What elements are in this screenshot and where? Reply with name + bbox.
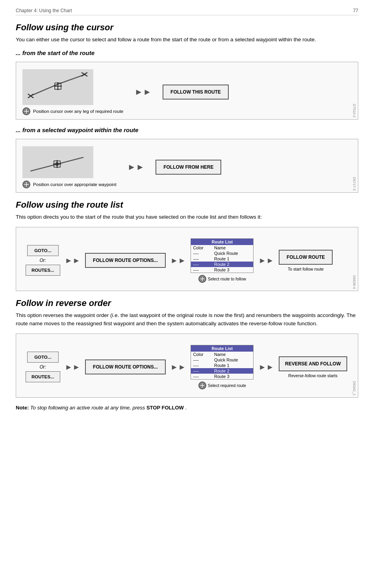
col2-color: Color [191, 352, 212, 357]
row3-name: Route 2 [212, 262, 253, 267]
to-start-label-1: To start follow route [288, 267, 324, 271]
cursor-label-2: Position cursor over appropriate waypoin… [22, 181, 117, 188]
cursor-icon-1 [22, 107, 30, 115]
row4b-name: Route 3 [212, 374, 253, 379]
table-row: ---- Route 3 [191, 267, 253, 273]
section-follow-cursor: Follow using the cursor You can either u… [16, 22, 358, 193]
crosshair-svg-1 [26, 72, 89, 102]
routes-btn-2[interactable]: ROUTES... [26, 371, 60, 382]
sub2-title: ... from a selected waypoint within the … [16, 127, 358, 133]
row2-color: ---- [191, 256, 212, 262]
goto-btn-2[interactable]: GOTO... [27, 352, 59, 363]
follow-from-here-btn[interactable]: FOLLOW FROM HERE [156, 160, 221, 175]
route-list-table-2: Color Name ---- Quick Route ---- Route 1 [191, 352, 253, 379]
follow-route-options-btn-1[interactable]: FOLLOW ROUTE OPTIONS... [85, 253, 166, 268]
section2-title: Follow using the route list [16, 200, 358, 210]
chapter-label: Chapter 4: Using the Chart [16, 8, 72, 13]
section1-title: Follow using the cursor [16, 22, 358, 33]
route-diagram-2: GOTO... Or: ROUTES... ►► FOLLOW ROUTE OP… [22, 341, 352, 393]
cursor-label-1: Position cursor over any leg of required… [22, 107, 123, 115]
section-follow-reverse: Follow in reverse order This option reve… [16, 298, 358, 398]
diagram-id-2: D6717-3 [352, 177, 356, 191]
diagram-follow-this-route: Position cursor over any leg of required… [16, 62, 358, 120]
goto-routes-stack-1: GOTO... Or: ROUTES... [26, 245, 60, 276]
routes-btn-1[interactable]: ROUTES... [26, 265, 60, 276]
follow-this-route-btn[interactable]: FOLLOW THIS ROUTE [163, 85, 229, 100]
diagram-route-list-1: GOTO... Or: ROUTES... ►► FOLLOW ROUTE OP… [16, 227, 358, 291]
route-list-col-row-2: Color Name [191, 352, 253, 357]
goto-routes-stack-2: GOTO... Or: ROUTES... [26, 352, 60, 382]
note-section: Note: To stop following an active route … [16, 405, 358, 411]
row4-name: Route 3 [212, 267, 253, 273]
section3-body: This option reverses the waypoint order … [16, 312, 358, 328]
table-row: ---- Route 3 [191, 374, 253, 379]
col2-name: Name [212, 352, 253, 357]
col-color-1: Color [191, 245, 212, 251]
route-diagram-1: GOTO... Or: ROUTES... ►► FOLLOW ROUTE OP… [22, 234, 352, 287]
row1b-name: Quick Route [212, 357, 253, 363]
row1-name: Quick Route [212, 251, 253, 256]
diagram-id-3: D6638-4 [352, 275, 356, 289]
select-text-1: Select route to follow [208, 276, 246, 281]
section3-title: Follow in reverse order [16, 298, 358, 308]
table-row: ---- Route 1 [191, 256, 253, 262]
page-header: Chapter 4: Using the Chart 77 [16, 8, 358, 15]
route-list-2: Route List Color Name ---- Quick Route -… [191, 345, 254, 380]
table-row: ---- Quick Route [191, 251, 253, 256]
table-row: ---- Route 2 [191, 368, 253, 374]
route-list-header-1: Route List [191, 239, 253, 245]
arrow-2: ►► [128, 162, 145, 172]
row4b-color: ---- [191, 374, 212, 379]
row1b-color: ---- [191, 357, 212, 363]
route-list-table-1: Color Name ---- Quick Route ---- Route 1 [191, 245, 253, 273]
row3b-color: ---- [191, 368, 212, 374]
note-text: To stop following an active route at any… [30, 405, 145, 411]
reverse-and-follow-btn[interactable]: REVERSE AND FOLLOW [279, 356, 347, 371]
select-text-2: Select required route [208, 383, 246, 388]
goto-btn-1[interactable]: GOTO... [27, 245, 59, 256]
follow-route-btn-1[interactable]: FOLLOW ROUTE [279, 250, 333, 265]
or-label-2: Or: [39, 364, 46, 370]
reverse-label: Reverse-follow route starts [288, 373, 337, 378]
cursor-text-2: Position cursor over appropriate waypoin… [33, 182, 117, 187]
table-row: ---- Route 1 [191, 363, 253, 368]
crosshair-graphic-1 [22, 69, 93, 105]
note-command: STOP FOLLOW [146, 405, 184, 411]
col-name-1: Name [212, 245, 253, 251]
select-cursor-icon-2 [198, 382, 206, 389]
follow-route-options-btn-2[interactable]: FOLLOW ROUTE OPTIONS... [85, 359, 166, 374]
or-label-1: Or: [39, 258, 46, 263]
row4-color: ---- [191, 267, 212, 273]
double-arrow-1a: ►► [65, 256, 81, 265]
cursor-icon-2 [22, 181, 30, 188]
cursor-diagram-2: Position cursor over appropriate waypoin… [22, 146, 352, 188]
row2b-name: Route 1 [212, 363, 253, 368]
note-prefix: Note: [16, 405, 29, 411]
crosshair-svg-2 [26, 149, 89, 175]
svg-line-0 [30, 84, 58, 96]
diagram-id-4: D6342_1 [352, 381, 356, 396]
route-list-col-row-1: Color Name [191, 245, 253, 251]
row2-name: Route 1 [212, 256, 253, 262]
row3b-name: Route 2 [212, 368, 253, 374]
select-label-2: Select required route [198, 382, 246, 389]
cursor-diagram-1: Position cursor over any leg of required… [22, 69, 352, 115]
section2-body: This option directs you to the start of … [16, 213, 358, 221]
note-suffix: . [185, 405, 187, 411]
diagram-route-list-2: GOTO... Or: ROUTES... ►► FOLLOW ROUTE OP… [16, 334, 358, 398]
double-arrow-1b: ►► [170, 256, 186, 265]
row2b-color: ---- [191, 363, 212, 368]
diagram-follow-from-here: Position cursor over appropriate waypoin… [16, 139, 358, 193]
section-follow-route-list: Follow using the route list This option … [16, 200, 358, 291]
select-label-1: Select route to follow [198, 275, 246, 283]
double-arrow-2c: ►► [258, 363, 274, 372]
cursor-text-1: Position cursor over any leg of required… [33, 109, 123, 114]
row1-color: ---- [191, 251, 212, 256]
table-row: ---- Quick Route [191, 357, 253, 363]
sub1-title: ... from the start of the route [16, 50, 358, 56]
crosshair-graphic-2 [22, 146, 93, 178]
route-list-1: Route List Color Name ---- Quick Route -… [191, 238, 254, 273]
table-row: ---- Route 2 [191, 262, 253, 267]
page-number: 77 [353, 8, 358, 13]
section1-body: You can either use the cursor to select … [16, 36, 358, 44]
